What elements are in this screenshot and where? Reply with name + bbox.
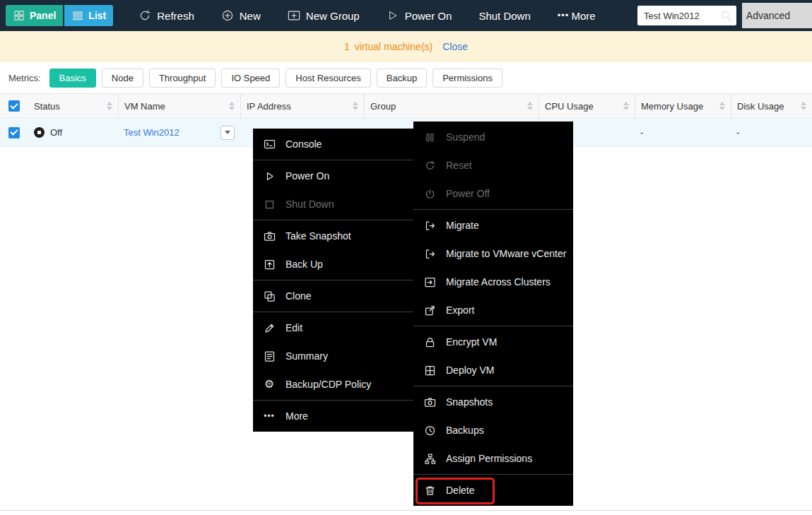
toolbar: Panel List Refresh New New Group	[0, 0, 812, 31]
menu-item-label: Encrypt VM	[446, 336, 497, 348]
menu-item-shut-down: Shut Down	[253, 190, 413, 218]
table-header: Status VM Name IP Address Group CPU Usag…	[0, 93, 812, 119]
tab-io-speed[interactable]: IO Speed	[221, 69, 280, 88]
menu-item-label: Migrate to VMware vCenter	[446, 248, 566, 259]
menu-item-label: Power On	[286, 170, 329, 182]
row-checkbox[interactable]	[8, 127, 20, 138]
new-group-label: New Group	[306, 10, 360, 22]
grid-icon	[13, 9, 25, 22]
content-bottom-border	[0, 510, 812, 511]
selection-count: 1	[344, 41, 350, 52]
panel-view-button[interactable]: Panel	[6, 5, 63, 26]
menu-item-take-snapshot[interactable]: Take Snapshot	[253, 222, 413, 250]
summary-icon	[263, 350, 276, 362]
metrics-tabbar: Metrics: Basics Node Throughput IO Speed…	[0, 62, 812, 93]
vm-more-submenu: Suspend Reset Power Off Migrate Migrate …	[413, 122, 573, 506]
menu-item-deploy-vm[interactable]: Deploy VM	[413, 356, 573, 384]
menu-divider	[413, 326, 573, 326]
power-on-button[interactable]: Power On	[387, 9, 452, 22]
ellipsis-icon: •••	[558, 10, 570, 20]
menu-item-label: Assign Permissions	[446, 453, 532, 464]
row-actions-dropdown[interactable]	[220, 126, 235, 140]
camera-icon	[423, 396, 436, 408]
caret-down-icon	[225, 131, 230, 134]
tab-node[interactable]: Node	[102, 69, 143, 88]
advanced-dropdown[interactable]: Advanced	[742, 3, 812, 28]
menu-item-power-on[interactable]: Power On	[253, 162, 413, 190]
trash-icon	[423, 484, 436, 497]
selection-notice-bar: 1 virtual machine(s) Close	[0, 31, 812, 62]
menu-item-export[interactable]: Export	[413, 296, 573, 324]
menu-divider	[253, 400, 413, 401]
vm-context-menu: Console Power On Shut Down Take Snapshot…	[253, 129, 413, 432]
menu-item-backups[interactable]: Backups	[413, 416, 573, 444]
menu-item-assign-permissions[interactable]: Assign Permissions	[413, 444, 573, 473]
select-all-checkbox[interactable]	[8, 100, 20, 112]
selection-message: virtual machine(s)	[355, 41, 433, 52]
column-header-disk-usage[interactable]: Disk Usage	[731, 94, 812, 118]
notice-close-link[interactable]: Close	[442, 41, 468, 52]
refresh-button[interactable]: Refresh	[139, 9, 194, 22]
column-header-cpu-usage[interactable]: CPU Usage	[539, 94, 635, 118]
menu-item-migrate-vcenter[interactable]: Migrate to VMware vCenter	[413, 239, 573, 268]
migrate-icon	[423, 219, 436, 232]
play-icon	[263, 170, 276, 182]
export-icon	[423, 304, 436, 316]
menu-divider	[413, 474, 573, 475]
advanced-label: Advanced	[746, 10, 790, 21]
column-header-group[interactable]: Group	[364, 94, 539, 118]
tab-permissions[interactable]: Permissions	[433, 69, 502, 88]
panel-view-label: Panel	[30, 10, 56, 21]
menu-item-snapshots[interactable]: Snapshots	[413, 388, 573, 416]
shut-down-label: Shut Down	[478, 10, 530, 22]
menu-item-label: Export	[446, 304, 474, 316]
menu-item-edit[interactable]: Edit	[253, 314, 413, 342]
sort-icon	[527, 102, 533, 110]
column-header-ip-address[interactable]: IP Address	[240, 94, 364, 118]
tab-backup[interactable]: Backup	[377, 69, 427, 88]
menu-item-migrate[interactable]: Migrate	[413, 211, 573, 239]
menu-item-label: Migrate	[446, 220, 479, 231]
list-view-button[interactable]: List	[64, 5, 113, 26]
menu-item-label: More	[286, 410, 308, 422]
menu-item-clone[interactable]: Clone	[253, 282, 413, 310]
column-header-vm-name[interactable]: VM Name	[118, 94, 240, 118]
power-icon	[423, 187, 436, 200]
menu-item-more[interactable]: ••• More	[253, 402, 413, 430]
search-input[interactable]	[639, 11, 719, 21]
list-icon	[71, 9, 84, 22]
new-button[interactable]: New	[221, 9, 261, 22]
toolbar-actions: Refresh New New Group Power On Shut Down…	[139, 9, 595, 22]
more-button[interactable]: ••• More	[558, 10, 596, 22]
menu-divider	[413, 386, 573, 386]
tab-throughput[interactable]: Throughput	[149, 69, 216, 88]
menu-item-label: Deploy VM	[446, 365, 494, 376]
menu-item-migrate-across-clusters[interactable]: Migrate Across Clusters	[413, 268, 573, 296]
sort-icon	[801, 102, 806, 110]
status-off-icon	[34, 127, 45, 138]
menu-item-console[interactable]: Console	[253, 130, 413, 158]
menu-item-label: Snapshots	[446, 396, 493, 408]
menu-item-back-up[interactable]: Back Up	[253, 250, 413, 278]
menu-item-power-off: Power Off	[413, 179, 573, 208]
search-icon[interactable]	[719, 9, 732, 22]
menu-item-delete[interactable]: Delete	[413, 476, 573, 504]
shut-down-button[interactable]: Shut Down	[478, 10, 530, 22]
menu-item-backup-cdp-policy[interactable]: ⚙ Backup/CDP Policy	[253, 370, 413, 398]
menu-item-label: Back Up	[286, 259, 323, 270]
backup-icon	[263, 258, 276, 271]
menu-item-label: Console	[286, 138, 322, 150]
tab-basics[interactable]: Basics	[49, 69, 96, 88]
column-header-memory-usage[interactable]: Memory Usage	[635, 94, 731, 118]
menu-item-summary[interactable]: Summary	[253, 342, 413, 370]
pause-icon	[423, 131, 436, 143]
vm-name-link[interactable]: Test Win2012	[124, 127, 180, 138]
column-header-status[interactable]: Status	[28, 94, 118, 118]
console-icon	[263, 138, 276, 150]
tab-host-resources[interactable]: Host Resources	[286, 69, 370, 88]
menu-divider	[253, 280, 413, 280]
menu-item-label: Summary	[286, 350, 328, 362]
menu-item-encrypt-vm[interactable]: Encrypt VM	[413, 328, 573, 356]
gear-icon: ⚙	[263, 378, 276, 391]
new-group-button[interactable]: New Group	[288, 9, 360, 22]
